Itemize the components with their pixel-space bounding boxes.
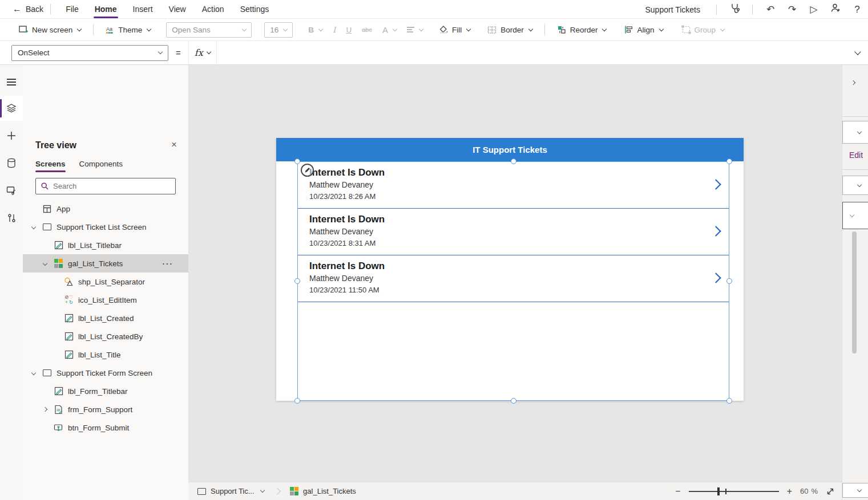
tools-icon: [7, 213, 16, 223]
tree-item-lbl-list-title[interactable]: lbl_List_Title: [23, 345, 188, 364]
font-size-combobox[interactable]: 16: [264, 22, 293, 38]
share-user-icon[interactable]: [825, 3, 846, 16]
current-screen-selector[interactable]: Support Tic...: [211, 487, 255, 495]
tree-search-box[interactable]: [35, 178, 176, 194]
tree-item-lbl-list-created[interactable]: lbl_List_Created: [23, 309, 188, 327]
selected-control-label: gal_List_Tickets: [303, 487, 356, 495]
strikethrough-button[interactable]: abc: [357, 21, 377, 38]
zoom-out-button[interactable]: −: [675, 486, 680, 497]
resize-handle-top-right[interactable]: [726, 158, 732, 164]
back-button[interactable]: ← Back: [13, 4, 43, 14]
menu-action[interactable]: Action: [194, 0, 232, 19]
chevron-down-icon[interactable]: [31, 225, 36, 229]
zoom-slider-thumb[interactable]: [717, 487, 720, 495]
fit-to-window-icon[interactable]: [826, 487, 835, 496]
tree-item-lbl-list-createdby[interactable]: lbl_List_CreatedBy: [23, 327, 188, 345]
app-titlebar[interactable]: IT Support Tickets: [276, 138, 744, 161]
menu-home[interactable]: Home: [87, 0, 125, 19]
resize-handle-bottom-right[interactable]: [726, 398, 732, 404]
panel-dropdown-3[interactable]: [842, 202, 868, 229]
group-button[interactable]: Group: [676, 21, 730, 38]
new-screen-button[interactable]: New screen: [14, 21, 86, 38]
italic-button[interactable]: I: [328, 21, 341, 38]
gallery-item-3[interactable]: Internet Is Down Matthew Devaney 10/23/2…: [298, 255, 729, 302]
gallery-item-2[interactable]: Internet Is Down Matthew Devaney 10/23/2…: [298, 209, 729, 255]
gallery-control[interactable]: Internet Is Down Matthew Devaney 10/23/2…: [297, 161, 729, 401]
play-preview-icon[interactable]: ▷: [803, 3, 825, 15]
tree-item-label: Support Ticket Form Screen: [56, 369, 152, 377]
menu-view[interactable]: View: [161, 0, 194, 19]
bold-button[interactable]: B: [303, 21, 328, 38]
tree-item-lbl-list-titlebar[interactable]: lbl_List_Titlebar: [23, 236, 188, 254]
undo-icon[interactable]: ↶: [760, 3, 781, 15]
tab-screens[interactable]: Screens: [35, 160, 66, 172]
tree-item-list-screen[interactable]: Support Ticket List Screen: [23, 218, 188, 236]
property-selector[interactable]: OnSelect: [11, 45, 168, 61]
edit-link[interactable]: Edit: [849, 151, 863, 160]
design-canvas[interactable]: IT Support Tickets Internet Is Down Matt…: [188, 65, 842, 482]
app-checker-icon[interactable]: [724, 3, 745, 17]
chevron-right-icon[interactable]: [43, 407, 47, 412]
rail-data-button[interactable]: [0, 151, 23, 176]
zoom-in-button[interactable]: +: [787, 486, 792, 497]
svg-text:Aa: Aa: [106, 26, 112, 32]
panel-collapse-chevron-icon[interactable]: [851, 80, 855, 85]
panel-dropdown-bottom[interactable]: [842, 483, 868, 498]
reorder-button[interactable]: Reorder: [552, 21, 612, 38]
panel-dropdown-1[interactable]: [842, 121, 868, 144]
tree-item-label: btn_Form_Submit: [68, 424, 129, 432]
tree-item-ico-list-edititem[interactable]: ⊘♡+↻ ico_List_EditItem: [23, 291, 188, 309]
resize-handle-bottom-center[interactable]: [511, 398, 516, 404]
underline-button[interactable]: U: [341, 21, 357, 38]
fill-button[interactable]: Fill: [434, 21, 475, 38]
rail-media-button[interactable]: [0, 178, 23, 203]
chevron-down-icon[interactable]: [260, 488, 264, 493]
tree-item-btn-form-submit[interactable]: btn_Form_Submit: [23, 418, 188, 437]
resize-handle-top-center[interactable]: [511, 158, 516, 164]
tree-item-lbl-form-titlebar[interactable]: lbl_Form_Titlebar: [23, 382, 188, 400]
panel-dropdown-2[interactable]: [842, 176, 868, 195]
rail-advanced-tools-button[interactable]: [0, 205, 23, 230]
font-color-button[interactable]: A: [377, 21, 402, 38]
align-icon: [624, 25, 633, 34]
menu-settings[interactable]: Settings: [232, 0, 277, 19]
menu-insert[interactable]: Insert: [125, 0, 161, 19]
panel-scrollbar[interactable]: [852, 231, 857, 353]
tree-item-shp-list-separator[interactable]: shp_List_Separator: [23, 273, 188, 291]
resize-handle-mid-right[interactable]: [726, 278, 732, 284]
resize-handle-bottom-left[interactable]: [294, 398, 300, 404]
gallery-item-1[interactable]: Internet Is Down Matthew Devaney 10/23/2…: [298, 162, 729, 209]
text-align-button[interactable]: [402, 21, 428, 38]
border-button[interactable]: Border: [482, 21, 538, 38]
redo-icon[interactable]: ↷: [781, 3, 803, 15]
search-input[interactable]: [53, 182, 156, 190]
tab-components[interactable]: Components: [79, 160, 123, 172]
rail-tree-view-button[interactable]: [0, 96, 23, 121]
formula-bar-expand-button[interactable]: [845, 51, 868, 54]
help-icon[interactable]: ?: [846, 4, 868, 15]
theme-button[interactable]: Aa Theme: [100, 21, 156, 38]
close-icon[interactable]: ×: [171, 139, 177, 151]
menu-file[interactable]: File: [58, 0, 87, 19]
tree-item-gal-list-tickets[interactable]: gal_List_Tickets ···: [23, 254, 188, 273]
ticket-title: Internet Is Down: [309, 166, 729, 179]
item-overflow-menu[interactable]: ···: [163, 259, 174, 268]
zoom-slider[interactable]: [689, 491, 779, 492]
fx-button[interactable]: fx: [188, 41, 217, 65]
ticket-title: Internet Is Down: [309, 213, 729, 226]
edit-item-icon[interactable]: [301, 164, 314, 177]
tree-item-frm-form-support[interactable]: frm_Form_Support: [23, 400, 188, 418]
chevron-down-icon: [857, 487, 862, 491]
tree-item-form-screen[interactable]: Support Ticket Form Screen: [23, 364, 188, 382]
formula-input[interactable]: Set(varRecordTicket, ThisItem); EditForm…: [217, 41, 845, 64]
tree-item-app[interactable]: App: [23, 200, 188, 218]
font-family-combobox[interactable]: Open Sans: [166, 22, 252, 38]
rail-insert-button[interactable]: [0, 123, 23, 148]
collapse-menu-button[interactable]: [0, 70, 23, 95]
align-button[interactable]: Align: [619, 21, 668, 38]
resize-handle-top-left[interactable]: [294, 158, 300, 164]
resize-handle-mid-left[interactable]: [294, 278, 300, 284]
tree-item-label: ico_List_EditItem: [78, 296, 137, 304]
chevron-down-icon[interactable]: [31, 371, 36, 375]
chevron-down-icon[interactable]: [43, 261, 47, 266]
